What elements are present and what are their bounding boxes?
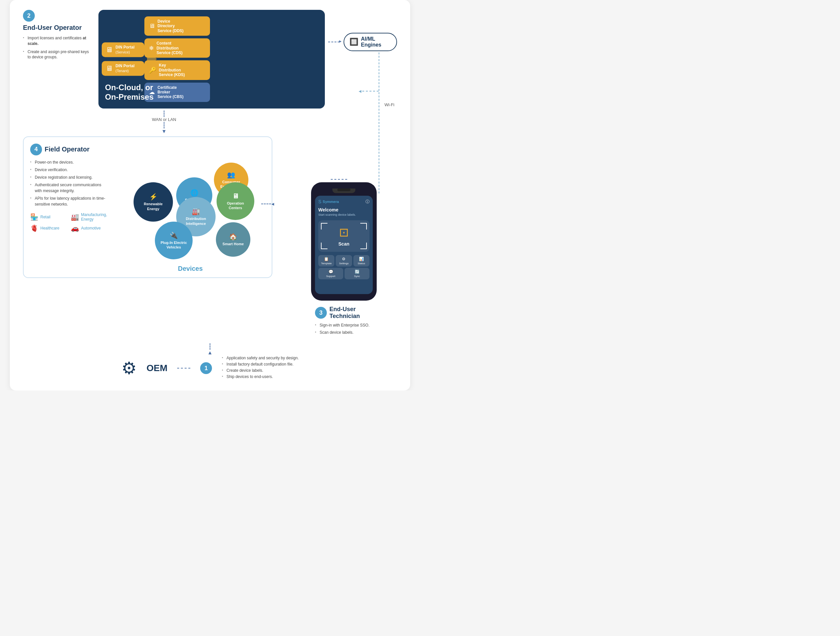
scan-corner-br bbox=[360, 242, 367, 249]
settings-icon: ⚙ bbox=[342, 257, 346, 261]
smart-grid-icon: 🌐 bbox=[190, 189, 199, 197]
ev-icon: 🔌 bbox=[170, 231, 178, 240]
scan-area[interactable]: ⊡ Scan bbox=[318, 220, 369, 252]
field-icon-retail: 🏪 Retail bbox=[30, 213, 68, 222]
tech-bullet-1: Sign-in with Enterprise SSO. bbox=[315, 323, 369, 328]
field-icon-manufacturing: 🏭 Manufacturing, Energy bbox=[71, 213, 109, 222]
phone-nav-sync[interactable]: 🔄 Sync bbox=[344, 268, 369, 279]
support-icon: 💬 bbox=[328, 269, 333, 274]
badge-4: 4 bbox=[30, 143, 42, 155]
distribution-icon: 🏭 bbox=[192, 207, 200, 216]
op-centers-arrow: ◄ bbox=[261, 201, 275, 206]
kds-text: KeyDistributionService (KDS) bbox=[159, 63, 185, 77]
service-cbs: ☁ CertificateBrokerService (CBS) bbox=[144, 83, 210, 102]
wan-top-line bbox=[164, 110, 164, 117]
tech-list: Sign-in with Enterprise SSO. Scan device… bbox=[315, 323, 369, 335]
phone-notch-inner bbox=[337, 189, 351, 191]
din-portal-tenant: 🖥 DIN Portal(Tenant) bbox=[102, 61, 144, 76]
consumer-icon: 👥 bbox=[227, 170, 235, 179]
manufacturing-label: Manufacturing, Energy bbox=[81, 213, 109, 222]
layout: 2 End-User Operator Import licenses and … bbox=[23, 10, 397, 381]
symmera-logo-icon: S bbox=[318, 199, 321, 204]
arrow3-row bbox=[331, 179, 347, 179]
op-centers-arrowhead: ◄ bbox=[270, 201, 275, 206]
oem-bullet-4: ▪ Ship devices to end-users. bbox=[222, 375, 298, 379]
field-op-content: Power-on the devices. Device verificatio… bbox=[30, 159, 265, 271]
scan-corner-bl bbox=[321, 242, 327, 249]
dds-icon: 🖥 bbox=[149, 23, 155, 30]
wan-lan-label: WAN or LAN bbox=[150, 117, 178, 122]
field-operator-panel: 4 Field Operator Power-on the devices. D… bbox=[23, 136, 286, 278]
wan-lan-section: WAN or LAN ▼ bbox=[0, 110, 351, 134]
field-operator-inner: 4 Field Operator Power-on the devices. D… bbox=[23, 136, 272, 278]
field-bullet-5: APIs for low latency applications in tim… bbox=[30, 195, 109, 207]
sync-label: Sync bbox=[354, 275, 360, 278]
bottom-right-panel: S Symmera ⓘ Welcome Start scanning devic… bbox=[291, 136, 397, 337]
phone-mockup: S Symmera ⓘ Welcome Start scanning devic… bbox=[311, 182, 377, 301]
phone-notch bbox=[332, 189, 355, 193]
oem-row: ⚙ OEM 1 ▪ Application safety and securit… bbox=[122, 356, 299, 381]
phone-nav-row1: 📋 Template ⚙ Settings 📊 Status bbox=[318, 255, 369, 266]
renewable-icon: ⚡ bbox=[149, 192, 158, 201]
main-container: 2 End-User Operator Import licenses and … bbox=[10, 0, 410, 390]
tech-header: 3 End-UserTechnician bbox=[315, 306, 369, 320]
service-dds: 🖥 DeviceDirectoryService (DDS) bbox=[144, 16, 210, 36]
phone-app-name: Symmera bbox=[322, 200, 339, 203]
status-icon: 📊 bbox=[359, 257, 364, 261]
automotive-icon: 🚗 bbox=[71, 224, 79, 232]
op-centers-dashed bbox=[261, 203, 271, 204]
healthcare-icon: 🫀 bbox=[30, 224, 38, 232]
oem-bullet-2: ▪ Install factory default configuration … bbox=[222, 362, 298, 367]
retail-icon: 🏪 bbox=[30, 213, 38, 221]
din-portal-service-text: DIN Portal(Service) bbox=[115, 45, 134, 55]
dds-text: DeviceDirectoryService (DDS) bbox=[158, 19, 183, 33]
operator-bullet-1: Import licenses and certificates at scal… bbox=[23, 35, 92, 47]
aiml-box: 🔲 AI/ML Engines bbox=[344, 33, 397, 51]
sync-icon: 🔄 bbox=[355, 269, 360, 274]
din-portal-tenant-text: DIN Portal(Tenant) bbox=[115, 64, 134, 73]
template-label: Template bbox=[321, 262, 332, 265]
bubble-operation-centers: 🖥 OperationCenters bbox=[216, 182, 254, 220]
phone-nav-status[interactable]: 📊 Status bbox=[354, 255, 369, 266]
oem-up-arrow: ▲ bbox=[207, 350, 213, 356]
badge-1: 1 bbox=[200, 362, 212, 374]
end-user-operator-title: End-User Operator bbox=[23, 24, 92, 31]
scan-corner-tr bbox=[360, 223, 367, 230]
field-op-icons: 🏪 Retail 🏭 Manufacturing, Energy 🫀 Heal bbox=[30, 213, 109, 232]
phone-nav-support[interactable]: 💬 Support bbox=[318, 268, 343, 279]
monitor-icon-1: 🖥 bbox=[106, 46, 113, 54]
oem-list: ▪ Application safety and security by des… bbox=[222, 356, 298, 381]
svg-marker-0 bbox=[147, 49, 157, 69]
field-bullet-1: Power-on the devices. bbox=[30, 159, 109, 165]
oem-section: ▲ ⚙ OEM 1 ▪ bbox=[23, 343, 397, 381]
retail-label: Retail bbox=[40, 215, 51, 219]
aiml-arrow-row: ► 🔲 AI/ML Engines bbox=[328, 33, 397, 51]
aiml-label: AI/ML Engines bbox=[361, 36, 391, 48]
scan-label: Scan bbox=[338, 241, 349, 247]
bubble-electric-vehicles: 🔌 Plug-In ElectricVehicles bbox=[155, 222, 193, 259]
info-icon: ⓘ bbox=[366, 199, 369, 205]
settings-label: Settings bbox=[339, 262, 349, 265]
oem-top-line bbox=[210, 343, 210, 350]
wan-bottom-line bbox=[164, 122, 164, 129]
oem-dashed-line bbox=[177, 368, 190, 368]
phone-screen: S Symmera ⓘ Welcome Start scanning devic… bbox=[315, 196, 373, 294]
wifi-text: Wi-Fi bbox=[385, 102, 395, 107]
cds-text: ContentDistributionService (CDS) bbox=[156, 41, 182, 55]
phone-nav-template[interactable]: 📋 Template bbox=[318, 255, 334, 266]
phone-nav-settings[interactable]: ⚙ Settings bbox=[336, 255, 352, 266]
tech-bullet-2: Scan device labels. bbox=[315, 330, 369, 335]
top-right-space: ► 🔲 AI/ML Engines ◄ Wi-Fi bbox=[325, 10, 397, 51]
operation-icon: 🖥 bbox=[232, 192, 239, 200]
oem-bullet-3: ▪ Create device labels. bbox=[222, 368, 298, 373]
devices-title: Devices bbox=[178, 265, 203, 272]
oem-label-row: OEM bbox=[147, 363, 168, 373]
support-label: Support bbox=[326, 275, 335, 278]
operator-bullet-2: Create and assign pre-shared keys to dev… bbox=[23, 49, 92, 60]
field-icon-healthcare: 🫀 Healthcare bbox=[30, 224, 68, 232]
oem-label: OEM bbox=[147, 363, 168, 373]
arrow3-left bbox=[331, 179, 347, 179]
phone-welcome: Welcome bbox=[318, 207, 369, 213]
cloud-panel-container: 🖥 DIN Portal(Service) 🖥 DIN Portal(Tenan… bbox=[92, 10, 325, 109]
end-user-operator-section: 2 End-User Operator Import licenses and … bbox=[23, 10, 92, 63]
